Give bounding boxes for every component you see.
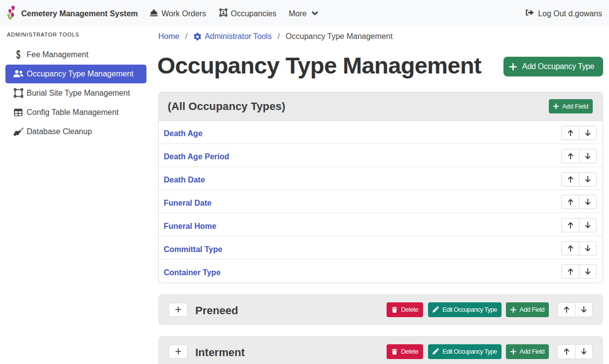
svg-text:$: $ bbox=[16, 49, 20, 60]
